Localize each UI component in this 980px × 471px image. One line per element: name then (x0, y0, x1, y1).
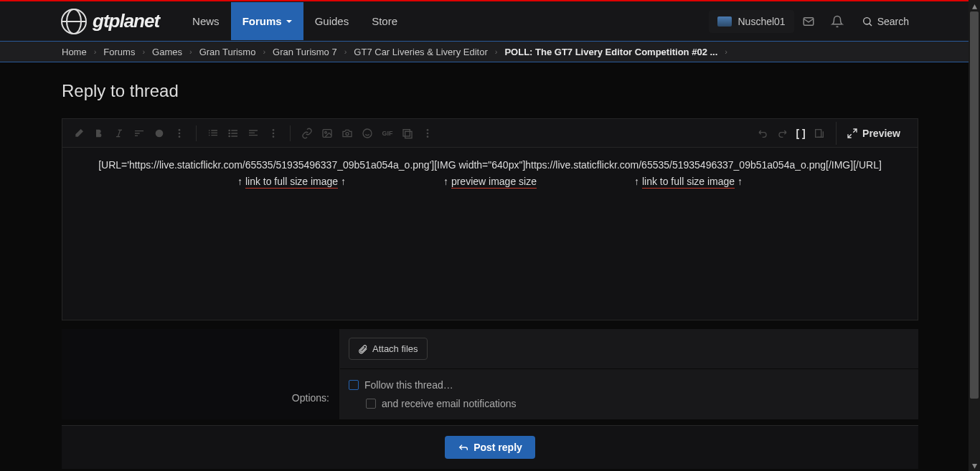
gif-icon[interactable]: GIF (378, 124, 397, 143)
media-icon[interactable] (398, 124, 417, 143)
svg-point-2 (156, 129, 164, 137)
svg-rect-17 (405, 131, 412, 138)
attach-row: Attach files (340, 329, 918, 369)
post-reply-button[interactable]: Post reply (445, 436, 535, 459)
svg-point-10 (273, 132, 275, 134)
editor: GIF [ ] Preview [URL='https://live.stati… (62, 118, 918, 320)
svg-point-4 (179, 132, 181, 134)
bbcode-icon[interactable]: [ ] (791, 124, 810, 143)
redo-icon[interactable] (773, 124, 791, 143)
eraser-icon[interactable] (70, 124, 88, 143)
emoji-icon[interactable] (358, 124, 377, 143)
bold-icon[interactable] (90, 124, 108, 143)
image-icon[interactable] (318, 124, 336, 143)
editor-content-line2: ↑ link to full size image ↑ ↑ preview im… (189, 174, 791, 189)
options-label: Options: (292, 392, 329, 404)
follow-label: Follow this thread… (364, 379, 453, 391)
preview-label: Preview (862, 128, 900, 139)
nav-store[interactable]: Store (360, 2, 409, 40)
email-notifications-option[interactable]: and receive email notifications (366, 398, 910, 409)
crumb-sep: › (94, 47, 97, 56)
svg-point-7 (228, 132, 230, 134)
text-color-icon[interactable] (150, 124, 169, 143)
more-icon[interactable] (418, 124, 437, 143)
crumb-games[interactable]: Games (152, 47, 182, 57)
scroll-down-icon[interactable]: ▾ (969, 460, 980, 471)
editor-toolbar: GIF [ ] Preview (62, 119, 918, 148)
font-size-icon[interactable] (130, 124, 149, 143)
svg-point-19 (427, 132, 429, 134)
user-menu[interactable]: Nuschel01 (709, 10, 793, 33)
options-label-cell: Options: (62, 329, 340, 419)
svg-point-3 (179, 129, 181, 131)
search-label: Search (877, 16, 909, 27)
editor-textarea[interactable]: [URL='https://live.staticflickr.com/6553… (62, 148, 918, 320)
main-nav: News Forums Guides Store (181, 2, 409, 40)
nav-guides[interactable]: Guides (303, 2, 361, 40)
svg-point-5 (179, 135, 181, 138)
more-icon[interactable] (264, 124, 283, 143)
crumb-sep: › (189, 47, 192, 56)
nav-news[interactable]: News (181, 2, 231, 40)
nav-forums[interactable]: Forums (231, 2, 303, 40)
svg-point-14 (346, 132, 349, 135)
attach-files-button[interactable]: Attach files (349, 338, 428, 360)
post-label: Post reply (473, 442, 522, 453)
svg-point-11 (273, 135, 275, 138)
align-icon[interactable] (244, 124, 263, 143)
more-icon[interactable] (170, 124, 189, 143)
preview-button[interactable]: Preview (836, 122, 910, 145)
search-icon (862, 16, 873, 27)
bullet-list-icon[interactable] (224, 124, 242, 143)
search-button[interactable]: Search (852, 10, 919, 33)
crumb-gt7[interactable]: Gran Turismo 7 (273, 47, 337, 57)
crumb-liveries[interactable]: GT7 Car Liveries & Livery Editor (354, 47, 487, 57)
site-logo[interactable]: gtplanet (61, 9, 159, 34)
nav-forums-label: Forums (242, 15, 282, 27)
vertical-scrollbar[interactable]: ▴ ▾ (969, 0, 980, 471)
email-label: and receive email notifications (382, 398, 517, 409)
crumb-forums[interactable]: Forums (103, 47, 135, 57)
follow-thread-option[interactable]: Follow this thread… (349, 379, 910, 391)
options-content: Attach files Follow this thread… and rec… (340, 329, 918, 419)
logo-text: gtplanet (93, 10, 159, 32)
link-icon[interactable] (298, 124, 316, 143)
crumb-home[interactable]: Home (62, 47, 87, 57)
preview-icon (847, 128, 858, 139)
crumb-current[interactable]: POLL: The GT7 Livery Editor Competition … (504, 47, 717, 57)
camera-icon[interactable] (338, 124, 357, 143)
checkbox-group: Follow this thread… and receive email no… (340, 369, 918, 419)
editor-content-line1: [URL='https://live.staticflickr.com/6553… (75, 158, 905, 173)
svg-rect-21 (816, 129, 821, 137)
page-title: Reply to thread (62, 81, 918, 101)
svg-point-20 (427, 135, 429, 138)
alerts-icon[interactable] (823, 7, 852, 36)
svg-point-15 (363, 129, 372, 138)
svg-point-8 (228, 135, 230, 137)
inbox-icon[interactable] (794, 7, 823, 36)
crumb-sep: › (263, 47, 265, 56)
crumb-sep: › (495, 47, 498, 56)
options-section: Options: Attach files Follow this thread… (62, 329, 918, 419)
header-right: Nuschel01 Search (709, 7, 919, 36)
paperclip-icon (358, 344, 368, 354)
undo-icon[interactable] (754, 124, 773, 143)
ordered-list-icon[interactable] (204, 124, 222, 143)
main-header: gtplanet News Forums Guides Store Nusche… (0, 1, 980, 41)
crumb-gran-turismo[interactable]: Gran Turismo (199, 47, 256, 57)
italic-icon[interactable] (110, 124, 128, 143)
chevron-down-icon (286, 20, 292, 23)
email-checkbox[interactable] (366, 399, 376, 409)
svg-point-9 (273, 129, 275, 131)
breadcrumb: Home › Forums › Games › Gran Turismo › G… (0, 41, 980, 62)
svg-point-18 (427, 129, 429, 131)
username: Nuschel01 (738, 16, 785, 27)
drafts-icon[interactable] (810, 124, 829, 143)
reply-icon (458, 442, 469, 453)
scroll-up-icon[interactable]: ▴ (969, 0, 980, 11)
globe-icon (61, 9, 87, 34)
submit-row: Post reply (62, 425, 918, 469)
follow-checkbox[interactable] (349, 380, 359, 390)
scrollbar-thumb[interactable] (970, 11, 979, 399)
svg-point-13 (325, 131, 327, 133)
